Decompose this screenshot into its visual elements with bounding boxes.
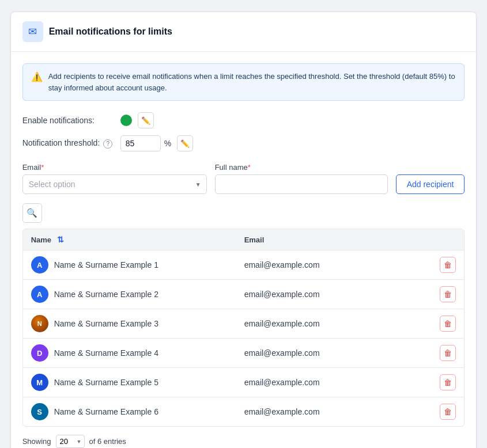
trash-icon: 🗑 [444, 260, 452, 269]
help-icon[interactable]: ? [103, 139, 112, 149]
per-page-select[interactable]: 20 50 100 [56, 435, 85, 448]
delete-button[interactable]: 🗑 [440, 257, 456, 273]
email-cell: email@example.com [236, 280, 432, 309]
name-cell: A Name & Surname Example 2 [23, 280, 236, 309]
threshold-edit-button[interactable]: ✏️ [177, 135, 193, 151]
enable-label: Enable notifications: [22, 116, 115, 125]
avatar: N [31, 315, 48, 332]
name-col-header: Name ⇅ [23, 229, 236, 250]
action-cell: 🗑 [432, 250, 464, 280]
email-cell: email@example.com [236, 368, 432, 397]
avatar: M [31, 374, 48, 391]
action-cell: 🗑 [432, 397, 464, 427]
table-row: A Name & Surname Example 1 email@example… [23, 250, 465, 280]
table-row: D Name & Surname Example 4 email@example… [23, 339, 465, 368]
email-icon: ✉ [22, 21, 43, 42]
page-title: Email notifications for limits [49, 26, 172, 37]
recipient-name: Name & Surname Example 3 [54, 319, 158, 328]
email-field-group: Email* Select option ▼ [22, 163, 207, 194]
avatar: A [31, 286, 48, 303]
name-cell: M Name & Surname Example 5 [23, 368, 236, 397]
trash-icon: 🗑 [444, 319, 452, 328]
search-button[interactable]: 🔍 [22, 203, 42, 223]
delete-button[interactable]: 🗑 [440, 286, 456, 302]
recipient-name: Name & Surname Example 1 [54, 260, 158, 269]
table-row: M Name & Surname Example 5 email@example… [23, 368, 465, 397]
recipient-name: Name & Surname Example 6 [54, 407, 158, 416]
fullname-field-label: Full name* [215, 163, 388, 172]
recipient-name: Name & Surname Example 5 [54, 378, 158, 387]
threshold-input[interactable] [120, 135, 161, 151]
delete-button[interactable]: 🗑 [440, 345, 456, 361]
table-header-row: Name ⇅ Email [23, 229, 465, 250]
recipient-name: Name & Surname Example 4 [54, 348, 158, 358]
name-cell: D Name & Surname Example 4 [23, 339, 236, 368]
fullname-field-group: Full name* [215, 163, 388, 194]
recipient-name: Name & Surname Example 2 [54, 290, 158, 299]
percent-label: % [164, 139, 171, 148]
search-wrap: 🔍 [22, 203, 465, 223]
enable-row: Enable notifications: ✏️ [22, 112, 465, 128]
filter-icon[interactable]: ⇅ [57, 235, 64, 244]
email-cell: email@example.com [236, 339, 432, 368]
action-cell: 🗑 [432, 280, 464, 309]
search-icon: 🔍 [27, 208, 37, 218]
email-field-label: Email* [22, 163, 207, 172]
email-select-wrap: Select option ▼ [22, 174, 207, 194]
recipients-table-wrap: Name ⇅ Email A Name & Surname Example 1 … [22, 229, 465, 427]
add-recipient-form: Email* Select option ▼ Full name* Add re… [22, 163, 465, 194]
name-cell: N Name & Surname Example 3 [23, 309, 236, 339]
email-cell: email@example.com [236, 397, 432, 427]
delete-button[interactable]: 🗑 [440, 374, 456, 390]
threshold-input-wrap: % [120, 135, 171, 151]
recipients-table: Name ⇅ Email A Name & Surname Example 1 … [23, 229, 465, 426]
trash-icon: 🗑 [444, 290, 452, 299]
enabled-toggle[interactable] [120, 115, 132, 126]
avatar: A [31, 256, 48, 274]
threshold-row: Notification threshold: ? % ✏️ [22, 135, 465, 151]
avatar: S [31, 403, 48, 420]
name-cell: A Name & Surname Example 1 [23, 250, 236, 280]
card-body: ⚠️ Add recipients to receive email notif… [11, 52, 477, 448]
enable-edit-button[interactable]: ✏️ [138, 112, 154, 128]
action-col-header [432, 229, 464, 250]
trash-icon: 🗑 [444, 407, 452, 416]
fullname-input[interactable] [215, 174, 388, 194]
per-page-select-wrap: 20 50 100 ▼ [56, 435, 85, 448]
action-cell: 🗑 [432, 368, 464, 397]
of-entries-label: of 6 entries [89, 437, 126, 446]
trash-icon: 🗑 [444, 378, 452, 387]
settings-section: Enable notifications: ✏️ Notification th… [22, 112, 465, 151]
warning-icon: ⚠️ [31, 71, 43, 82]
table-body: A Name & Surname Example 1 email@example… [23, 250, 465, 427]
table-row: S Name & Surname Example 6 email@example… [23, 397, 465, 427]
trash-icon: 🗑 [444, 348, 452, 358]
table-row: A Name & Surname Example 2 email@example… [23, 280, 465, 309]
threshold-label: Notification threshold: ? [22, 138, 115, 149]
email-cell: email@example.com [236, 250, 432, 280]
email-cell: email@example.com [236, 309, 432, 339]
alert-box: ⚠️ Add recipients to receive email notif… [22, 63, 465, 101]
action-cell: 🗑 [432, 339, 464, 368]
email-select[interactable]: Select option [22, 174, 207, 194]
card-header: ✉ Email notifications for limits [11, 12, 477, 52]
add-recipient-button[interactable]: Add recipient [396, 174, 465, 194]
table-footer: Showing 20 50 100 ▼ of 6 entries [22, 435, 465, 448]
avatar: D [31, 344, 48, 362]
delete-button[interactable]: 🗑 [440, 316, 456, 332]
name-cell: S Name & Surname Example 6 [23, 397, 236, 427]
email-col-header: Email [236, 229, 432, 250]
alert-text: Add recipients to receive email notifica… [48, 71, 456, 93]
showing-label: Showing [22, 437, 51, 446]
delete-button[interactable]: 🗑 [440, 404, 456, 420]
table-row: N Name & Surname Example 3 email@example… [23, 309, 465, 339]
action-cell: 🗑 [432, 309, 464, 339]
main-card: ✉ Email notifications for limits ⚠️ Add … [10, 12, 477, 448]
